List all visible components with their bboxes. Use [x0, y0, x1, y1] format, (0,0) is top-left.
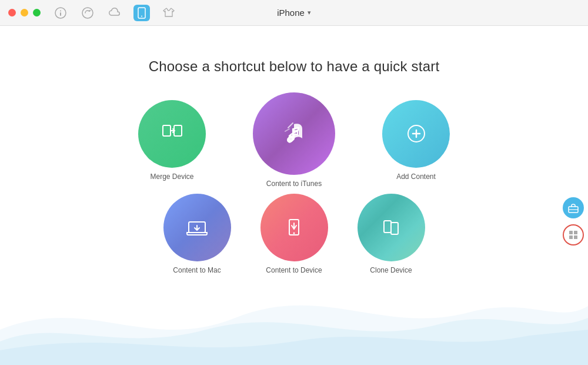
minimize-button[interactable]	[21, 9, 28, 16]
svg-point-13	[293, 232, 295, 234]
svg-point-3	[82, 8, 93, 18]
shortcuts-row-2: Content to Mac Content to Device	[149, 194, 440, 274]
clone-device-circle	[358, 194, 425, 261]
content-to-mac-item[interactable]: Content to Mac	[163, 194, 231, 274]
title-bar: iPhone ▾	[0, 0, 588, 26]
phone-icon[interactable]	[133, 5, 150, 21]
main-content: Choose a shortcut below to have a quick …	[0, 26, 588, 365]
right-sidebar	[559, 52, 588, 365]
shirt-icon[interactable]	[161, 5, 177, 21]
add-content-circle	[382, 100, 450, 168]
add-content-label: Add Content	[396, 172, 436, 181]
content-to-mac-label: Content to Mac	[173, 266, 220, 274]
svg-rect-15	[391, 223, 398, 234]
clone-device-label: Clone Device	[370, 266, 412, 274]
content-to-itunes-circle	[253, 92, 335, 175]
content-to-device-item[interactable]: Content to Device	[260, 194, 328, 274]
svg-rect-21	[574, 235, 577, 239]
content-to-mac-circle	[163, 194, 231, 261]
svg-rect-6	[163, 125, 171, 136]
svg-rect-20	[569, 235, 573, 239]
device-name: iPhone	[277, 8, 305, 18]
window-controls	[0, 9, 41, 16]
page-title: Choose a shortcut below to have a quick …	[149, 58, 440, 75]
merge-device-circle	[138, 100, 206, 168]
chevron-icon: ▾	[308, 9, 311, 16]
shortcuts-row-1: Merge Device Content to iTun	[121, 92, 467, 188]
svg-rect-19	[574, 231, 577, 234]
close-button[interactable]	[8, 9, 16, 16]
wave-background	[0, 259, 588, 365]
shortcuts-container: Merge Device Content to iTun	[0, 92, 588, 274]
svg-point-1	[60, 10, 61, 11]
clone-device-item[interactable]: Clone Device	[358, 194, 425, 274]
content-to-device-circle	[260, 194, 328, 261]
svg-rect-18	[569, 231, 573, 234]
content-to-itunes-label: Content to iTunes	[266, 180, 322, 188]
toolbox-button[interactable]	[563, 197, 584, 218]
svg-rect-14	[384, 221, 391, 233]
merge-device-label: Merge Device	[150, 172, 193, 181]
cloud-icon[interactable]	[106, 5, 123, 21]
grid-button[interactable]	[563, 224, 584, 245]
svg-rect-2	[60, 12, 61, 16]
content-to-itunes-item[interactable]: Content to iTunes	[253, 92, 335, 188]
info-icon[interactable]	[52, 5, 69, 21]
refresh-icon[interactable]	[79, 5, 96, 21]
merge-device-item[interactable]: Merge Device	[138, 100, 206, 181]
add-content-item[interactable]: Add Content	[382, 100, 450, 181]
maximize-button[interactable]	[33, 9, 41, 16]
content-to-device-label: Content to Device	[266, 266, 322, 274]
toolbar-icons	[41, 5, 177, 21]
device-title[interactable]: iPhone ▾	[277, 8, 311, 18]
